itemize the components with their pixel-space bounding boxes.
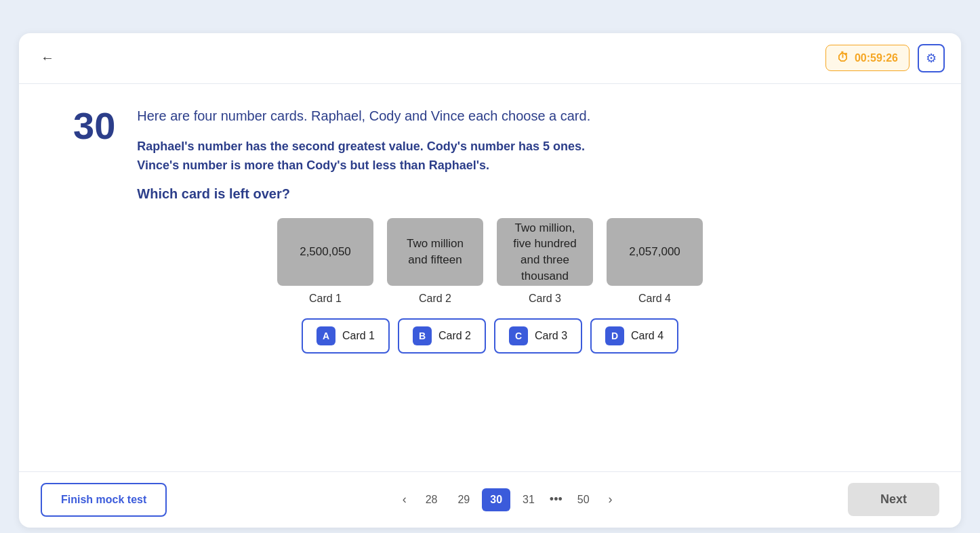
cards-area: 2,500,050 Card 1 Two million and fifteen… [73,218,907,305]
question-detail: Raphael's number has the second greatest… [137,137,907,176]
question-title: Here are four number cards. Raphael, Cod… [137,106,907,126]
page-50-button[interactable]: 50 [569,488,598,511]
answer-c-letter: C [509,326,528,345]
prev-page-button[interactable]: ‹ [396,487,413,512]
answer-b-button[interactable]: B Card 2 [398,318,486,354]
number-card-2[interactable]: Two million and fifteen [387,218,483,286]
card2-label: Card 2 [419,293,451,305]
answer-c-text: Card 3 [535,330,567,342]
answer-d-text: Card 4 [631,330,663,342]
number-card-3[interactable]: Two million, five hundred and three thou… [497,218,593,286]
card-item-4: 2,057,000 Card 4 [607,218,703,305]
card4-value: 2,057,000 [629,244,680,260]
card4-label: Card 4 [638,293,671,305]
page-29-button[interactable]: 29 [449,488,478,511]
question-row: 30 Here are four number cards. Raphael, … [73,106,907,202]
card1-label: Card 1 [309,293,342,305]
answer-a-text: Card 1 [342,330,375,342]
number-card-1[interactable]: 2,500,050 [277,218,373,286]
next-page-nav-button[interactable]: › [602,487,619,512]
answer-b-letter: B [413,326,432,345]
card3-value: Two million, five hundred and three thou… [506,220,584,284]
page-31-button[interactable]: 31 [514,488,543,511]
page-dots: ••• [547,492,565,507]
content-area: 30 Here are four number cards. Raphael, … [19,84,961,471]
timer-icon: ⏱ [837,51,849,65]
page-30-button[interactable]: 30 [482,488,510,511]
question-ask: Which card is left over? [137,186,907,202]
back-button[interactable]: ← [35,47,60,68]
question-number: 30 [73,107,115,145]
app-container: ← ⏱ 00:59:26 ⚙ 30 Here are four number c… [14,14,966,533]
timer-badge: ⏱ 00:59:26 [825,45,910,71]
card-item-3: Two million, five hundred and three thou… [497,218,593,305]
main-card: ← ⏱ 00:59:26 ⚙ 30 Here are four number c… [19,33,961,528]
pagination: ‹ 28 29 30 31 ••• 50 › [396,487,619,512]
footer: Finish mock test ‹ 28 29 30 31 ••• 50 › … [19,471,961,528]
answer-c-button[interactable]: C Card 3 [494,318,582,354]
header: ← ⏱ 00:59:26 ⚙ [19,33,961,84]
page-28-button[interactable]: 28 [417,488,446,511]
next-button[interactable]: Next [848,483,939,516]
header-right: ⏱ 00:59:26 ⚙ [825,44,945,72]
answer-b-text: Card 2 [438,330,471,342]
timer-display: 00:59:26 [855,52,898,64]
card-item-1: 2,500,050 Card 1 [277,218,373,305]
card-item-2: Two million and fifteen Card 2 [387,218,483,305]
gear-icon: ⚙ [926,51,937,66]
card1-value: 2,500,050 [300,244,351,260]
settings-button[interactable]: ⚙ [918,44,945,72]
answer-a-button[interactable]: A Card 1 [302,318,390,354]
answer-d-letter: D [605,326,624,345]
finish-mock-test-button[interactable]: Finish mock test [41,483,167,517]
answer-d-button[interactable]: D Card 4 [590,318,678,354]
answer-a-letter: A [317,326,335,345]
question-text-block: Here are four number cards. Raphael, Cod… [137,106,907,202]
card2-value: Two million and fifteen [396,236,474,268]
answer-options: A Card 1 B Card 2 C Card 3 D Card 4 [73,318,907,354]
number-card-4[interactable]: 2,057,000 [607,218,703,286]
card3-label: Card 3 [529,293,561,305]
